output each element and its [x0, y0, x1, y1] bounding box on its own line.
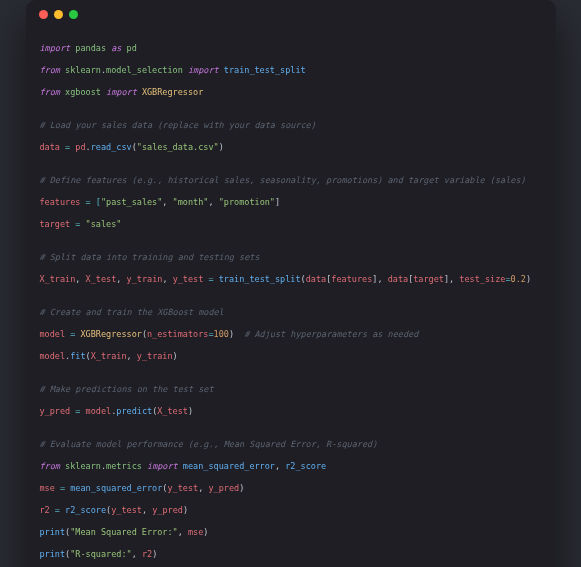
- code-editor[interactable]: import pandas as pd from sklearn.model_s…: [26, 28, 556, 567]
- code-line: y_pred = model.predict(X_test): [40, 406, 542, 417]
- code-line: # Make predictions on the test set: [40, 384, 542, 395]
- code-line: # Define features (e.g., historical sale…: [40, 175, 542, 186]
- maximize-icon[interactable]: [69, 10, 78, 19]
- minimize-icon[interactable]: [54, 10, 63, 19]
- code-line: # Load your sales data (replace with you…: [40, 120, 542, 131]
- code-line: print("Mean Squared Error:", mse): [40, 527, 542, 538]
- code-line: model = XGBRegressor(n_estimators=100) #…: [40, 329, 542, 340]
- code-line: from xgboost import XGBRegressor: [40, 87, 542, 98]
- code-line: import pandas as pd: [40, 43, 542, 54]
- code-line: print("R-squared:", r2): [40, 549, 542, 560]
- code-line: target = "sales": [40, 219, 542, 230]
- code-line: from sklearn.model_selection import trai…: [40, 65, 542, 76]
- titlebar: [26, 0, 556, 28]
- code-line: model.fit(X_train, y_train): [40, 351, 542, 362]
- code-line: X_train, X_test, y_train, y_test = train…: [40, 274, 542, 285]
- code-line: r2 = r2_score(y_test, y_pred): [40, 505, 542, 516]
- code-line: mse = mean_squared_error(y_test, y_pred): [40, 483, 542, 494]
- code-line: # Create and train the XGBoost model: [40, 307, 542, 318]
- code-line: # Split data into training and testing s…: [40, 252, 542, 263]
- code-line: # Evaluate model performance (e.g., Mean…: [40, 439, 542, 450]
- editor-window: import pandas as pd from sklearn.model_s…: [26, 0, 556, 567]
- code-line: features = ["past_sales", "month", "prom…: [40, 197, 542, 208]
- code-line: from sklearn.metrics import mean_squared…: [40, 461, 542, 472]
- close-icon[interactable]: [39, 10, 48, 19]
- code-line: data = pd.read_csv("sales_data.csv"): [40, 142, 542, 153]
